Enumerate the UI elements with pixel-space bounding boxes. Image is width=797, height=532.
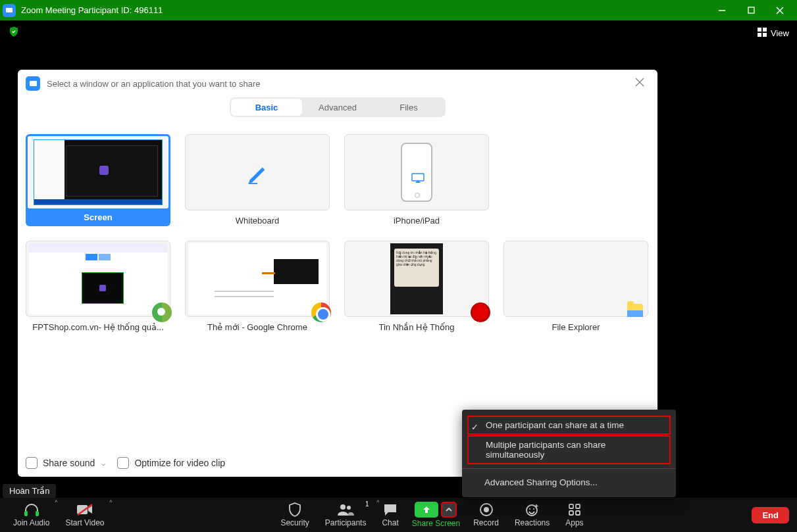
share-source-label: FPTShop.com.vn- Hệ thống quả... xyxy=(32,322,164,332)
share-sound-checkbox[interactable]: Share sound ⌵ xyxy=(26,457,105,469)
svg-rect-23 xyxy=(569,504,573,508)
chat-button[interactable]: Chat xyxy=(374,498,406,532)
chevron-down-icon[interactable]: ⌵ xyxy=(101,460,105,467)
share-source-app-file-explorer[interactable]: File Explorer xyxy=(503,241,648,332)
svg-rect-24 xyxy=(576,504,580,508)
share-up-arrow-icon xyxy=(421,505,432,514)
zoom-app-icon xyxy=(3,4,16,17)
view-button[interactable]: View xyxy=(758,28,789,39)
screen-thumb-icon xyxy=(34,139,163,205)
share-sources-grid: Screen Whiteboard iPhone/iPad FPTShop.co… xyxy=(18,117,657,332)
svg-rect-4 xyxy=(758,28,761,32)
menu-divider xyxy=(462,468,676,469)
share-screen-button[interactable] xyxy=(415,502,438,518)
chrome-icon xyxy=(311,302,331,322)
garena-icon xyxy=(471,302,490,322)
chevron-up-icon[interactable]: ^ xyxy=(109,499,112,506)
participant-name-tag: Hoàn Trần xyxy=(3,484,56,498)
meeting-toolbar: ^ Join Audio ^ Start Video Security 1 ^ … xyxy=(0,498,797,532)
video-off-icon xyxy=(76,502,93,517)
close-dialog-button[interactable] xyxy=(630,75,650,92)
minimize-button[interactable] xyxy=(707,0,736,20)
share-options-popup: ✓ One participant can share at a time Mu… xyxy=(462,410,676,497)
tab-basic[interactable]: Basic xyxy=(231,99,302,116)
svg-rect-7 xyxy=(763,33,767,37)
tab-files[interactable]: Files xyxy=(373,99,444,116)
check-icon: ✓ xyxy=(471,422,478,432)
grid-icon xyxy=(758,28,767,39)
menu-multiple-participants-share[interactable]: Multiple participants can share simultan… xyxy=(467,435,671,464)
join-audio-button[interactable]: ^ Join Audio xyxy=(5,498,57,532)
svg-rect-12 xyxy=(24,511,28,516)
share-source-app-chrome[interactable]: Thẻ mới - Google Chrome xyxy=(185,241,330,332)
participants-button[interactable]: 1 ^ Participants xyxy=(317,498,374,532)
svg-point-22 xyxy=(533,508,534,510)
share-source-label: Whiteboard xyxy=(192,216,323,226)
reactions-icon xyxy=(525,502,540,517)
share-source-app-garena[interactable]: Nội dung tin nhắn hệ thống hiển thị tại … xyxy=(344,241,489,332)
apps-icon xyxy=(568,502,581,517)
record-icon xyxy=(480,502,493,517)
chat-icon xyxy=(383,502,398,517)
start-video-button[interactable]: ^ Start Video xyxy=(57,498,112,532)
close-window-button[interactable] xyxy=(765,0,794,20)
encryption-shield-icon[interactable] xyxy=(8,26,20,40)
apps-button[interactable]: Apps xyxy=(557,498,591,532)
svg-rect-13 xyxy=(36,511,39,516)
tab-advanced[interactable]: Advanced xyxy=(302,99,373,116)
app-thumb-icon xyxy=(29,243,167,314)
checkbox-icon xyxy=(117,457,129,469)
zoom-icon xyxy=(26,76,40,91)
file-explorer-icon xyxy=(629,305,648,325)
app-thumb-icon xyxy=(188,243,326,314)
window-titlebar: Zoom Meeting Participant ID: 496111 xyxy=(0,0,797,20)
share-source-label: File Explorer xyxy=(510,322,642,332)
iphone-icon xyxy=(344,134,489,210)
menu-one-participant-share[interactable]: ✓ One participant can share at a time xyxy=(467,416,671,435)
menu-advanced-sharing-options[interactable]: Advanced Sharing Options... xyxy=(462,473,676,492)
coccoc-icon xyxy=(152,302,172,322)
security-button[interactable]: Security xyxy=(272,498,317,532)
window-title: Zoom Meeting Participant ID: 496111 xyxy=(21,5,163,15)
svg-rect-11 xyxy=(412,174,424,181)
share-source-iphone-ipad[interactable]: iPhone/iPad xyxy=(344,134,489,226)
svg-rect-26 xyxy=(576,511,580,515)
svg-rect-1 xyxy=(748,7,754,13)
meeting-topbar: View xyxy=(0,20,797,45)
svg-rect-5 xyxy=(763,28,767,32)
participants-icon xyxy=(337,502,354,517)
checkbox-icon xyxy=(26,457,38,469)
svg-point-19 xyxy=(484,507,489,512)
participants-count: 1 xyxy=(365,500,369,508)
share-source-label: iPhone/iPad xyxy=(351,216,482,226)
share-source-label: Tin Nhắn Hệ Thống xyxy=(351,322,482,332)
share-screen-label: Share Screen xyxy=(412,519,460,528)
record-button[interactable]: Record xyxy=(465,498,507,532)
headphones-icon xyxy=(23,502,40,517)
optimize-video-checkbox[interactable]: Optimize for video clip xyxy=(117,457,225,469)
shield-icon xyxy=(288,502,301,517)
svg-point-21 xyxy=(529,508,530,510)
svg-rect-25 xyxy=(569,511,573,515)
dialog-header: Select a window or an application that y… xyxy=(18,70,657,97)
reactions-button[interactable]: Reactions xyxy=(507,498,557,532)
svg-rect-6 xyxy=(758,33,761,37)
share-screen-options-caret[interactable] xyxy=(441,502,457,518)
svg-point-16 xyxy=(340,504,346,510)
dialog-title: Select a window or an application that y… xyxy=(47,79,260,89)
share-source-whiteboard[interactable]: Whiteboard xyxy=(185,134,330,226)
maximize-button[interactable] xyxy=(736,0,765,20)
whiteboard-icon xyxy=(185,134,330,210)
end-meeting-button[interactable]: End xyxy=(752,507,789,523)
share-source-app-fptshop[interactable]: FPTShop.com.vn- Hệ thống quả... xyxy=(26,241,170,332)
share-source-label: Thẻ mới - Google Chrome xyxy=(192,322,323,332)
app-thumb-icon xyxy=(503,241,648,317)
share-screen-button-group: Share Screen xyxy=(407,502,465,528)
share-source-screen[interactable]: Screen xyxy=(26,134,170,226)
share-tabs: Basic Advanced Files xyxy=(18,97,657,117)
app-thumb-icon: Nội dung tin nhắn hệ thống hiển thị tại … xyxy=(390,243,443,314)
svg-point-17 xyxy=(347,506,351,510)
view-label: View xyxy=(771,28,789,38)
share-sound-label: Share sound xyxy=(43,458,95,468)
chevron-up-icon xyxy=(446,507,452,512)
